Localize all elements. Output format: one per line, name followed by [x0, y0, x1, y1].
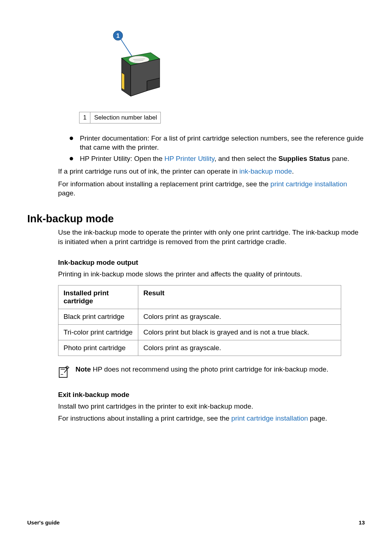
- page-number: 13: [359, 519, 365, 526]
- list-item: ● HP Printer Utility: Open the HP Printe…: [69, 154, 365, 163]
- print-cartridge-installation-link[interactable]: print cartridge installation: [231, 414, 308, 422]
- legend-table: 1 Selection number label: [79, 112, 161, 123]
- print-cartridge-installation-link[interactable]: print cartridge installation: [270, 180, 347, 188]
- svg-text:1: 1: [117, 33, 120, 39]
- list-item: ● Printer documentation: For a list of p…: [69, 134, 365, 152]
- table-row: Black print cartridge Colors print as gr…: [58, 309, 341, 324]
- hp-printer-utility-link[interactable]: HP Printer Utility: [164, 155, 215, 162]
- svg-line-2: [121, 39, 133, 58]
- bullet-text: Printer documentation: For a list of pri…: [80, 134, 365, 152]
- exit-p1: Install two print cartridges in the prin…: [58, 402, 365, 411]
- bullet-list: ● Printer documentation: For a list of p…: [69, 134, 365, 163]
- table-row: Tri-color print cartridge Colors print b…: [58, 324, 341, 340]
- table-header: Result: [138, 285, 341, 309]
- table-row: Photo print cartridge Colors print as gr…: [58, 340, 341, 356]
- note-text: Note HP does not recommend using the pho…: [75, 365, 365, 374]
- section-heading: Ink-backup mode: [27, 213, 365, 225]
- ink-backup-mode-link[interactable]: ink-backup mode: [240, 167, 292, 175]
- paragraph: For information about installing a repla…: [58, 179, 365, 198]
- exit-p2: For instructions about installing a prin…: [58, 414, 365, 423]
- ink-backup-output-table: Installed print cartridge Result Black p…: [58, 285, 341, 356]
- table-header: Installed print cartridge: [58, 285, 138, 309]
- output-desc: Printing in ink-backup mode slows the pr…: [58, 270, 365, 279]
- note-block: Note HP does not recommend using the pho…: [58, 365, 365, 378]
- note-icon: [58, 365, 70, 378]
- output-subheading: Ink-backup mode output: [58, 259, 365, 267]
- footer-title: User's guide: [27, 519, 60, 526]
- svg-marker-8: [131, 59, 160, 96]
- svg-line-13: [64, 369, 67, 373]
- bullet-text: HP Printer Utility: Open the HP Printer …: [80, 154, 365, 163]
- page-footer: User's guide 13: [27, 519, 365, 526]
- cartridge-illustration: 1: [103, 29, 365, 107]
- svg-marker-10: [122, 73, 124, 90]
- legend-num: 1: [79, 112, 90, 123]
- section-intro: Use the ink-backup mode to operate the p…: [58, 228, 365, 246]
- exit-subheading: Exit ink-backup mode: [58, 391, 365, 399]
- legend-label: Selection number label: [90, 112, 161, 123]
- paragraph: If a print cartridge runs out of ink, th…: [58, 167, 365, 176]
